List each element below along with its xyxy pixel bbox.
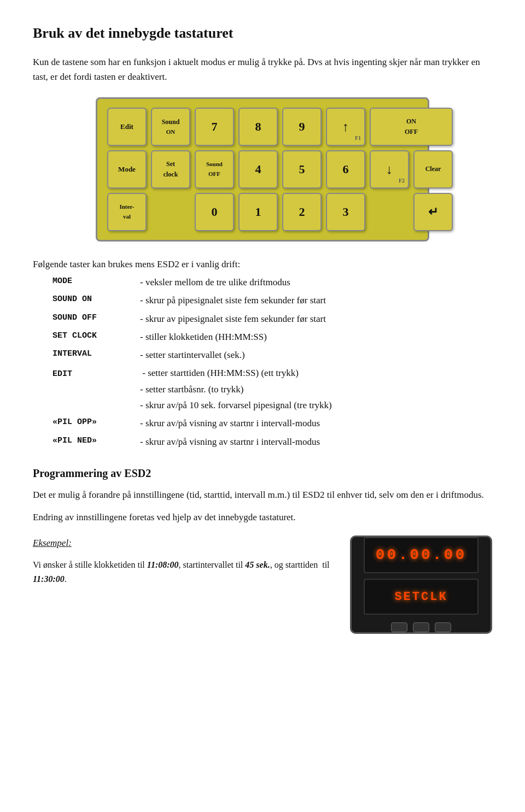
example-time2: 45 sek.: [245, 560, 270, 569]
display-screen-bottom: SETCLK: [364, 579, 479, 615]
key-set-clock: Setclock: [151, 150, 190, 189]
list-item-sound-on: SOUND ON - skrur på pipesignalet siste f…: [52, 293, 492, 308]
key-5: 5: [282, 150, 322, 189]
key-desc-edit-sub2: - skrur av/på 10 sek. forvarsel pipesign…: [140, 398, 492, 413]
programming-text2: Endring av innstillingene foretas ved hj…: [33, 510, 492, 525]
feature-section: Følgende taster kan brukes mens ESD2 er …: [33, 257, 492, 449]
list-item-set-clock: SET CLOCK - stiller klokketiden (HH:MM:S…: [52, 329, 492, 344]
key-desc-sound-on: - skrur på pipesignalet siste fem sekund…: [140, 293, 326, 308]
key-name-interval: INTERVAL: [52, 348, 140, 362]
display-screen-top: 00.00.00: [364, 537, 479, 573]
key-interval: Inter-val: [107, 193, 147, 231]
keyboard-image-container: Edit SoundON 7 8 9 ↑ F1 ONOFF Mode Setcl…: [33, 97, 492, 242]
key-empty1: [151, 193, 190, 231]
key-desc-edit-sub1: - setter startbåsnr. (to trykk): [140, 382, 492, 397]
display-digits: 00.00.00: [376, 543, 466, 568]
key-8: 8: [238, 108, 278, 146]
programming-title: Programmering av ESD2: [33, 464, 492, 482]
key-name-pil-opp: «PIL OPP»: [52, 416, 140, 431]
key-name-mode: MODE: [52, 275, 140, 290]
key-name-sound-off: SOUND OFF: [52, 311, 140, 326]
key-1: 1: [238, 193, 278, 231]
key-edit: Edit: [107, 108, 147, 146]
following-text: Følgende taster kan brukes mens ESD2 er …: [33, 257, 492, 272]
key-clear: Clear: [413, 150, 453, 189]
ctrl-btn-2: [413, 622, 429, 632]
key-name-sound-on: SOUND ON: [52, 293, 140, 308]
example-time1: 11:08:00: [147, 560, 179, 569]
list-item-sound-off: SOUND OFF - skrur av pipesignalet siste …: [52, 311, 492, 326]
list-item-edit: EDIT - setter starttiden (HH:MM:SS) (ett…: [52, 366, 492, 413]
page-title: Bruk av det innebygde tastaturet: [33, 22, 492, 45]
key-desc-set-clock: - stiller klokketiden (HH:MM:SS): [140, 329, 267, 344]
programming-section: Programmering av ESD2 Det er mulig å for…: [33, 464, 492, 525]
key-desc-pil-ned: - skrur av/på visning av startnr i inter…: [140, 434, 320, 449]
example-time3: 11:30:00: [33, 574, 65, 584]
key-desc-pil-opp: - skrur av/på visning av startnr i inter…: [140, 416, 320, 431]
programming-text1: Det er mulig å forandre på innstillingen…: [33, 487, 492, 502]
key-7: 7: [195, 108, 234, 146]
key-enter: ↵: [413, 193, 453, 231]
ctrl-btn-3: [435, 622, 451, 632]
ctrl-btn-1: [391, 622, 407, 632]
key-2: 2: [282, 193, 322, 231]
key-4: 4: [238, 150, 278, 189]
key-0: 0: [195, 193, 234, 231]
key-name-edit: EDIT: [52, 368, 140, 381]
example-label-text: Eksempel:: [33, 538, 72, 548]
key-sound-on: SoundON: [151, 108, 190, 146]
list-item-pil-ned: «PIL NED» - skrur av/på visning av start…: [52, 434, 492, 449]
example-paragraph: Vi ønsker å stille klokketiden til 11:08…: [33, 558, 334, 586]
key-6: 6: [326, 150, 365, 189]
list-item-interval: INTERVAL - setter startintervallet (sek.…: [52, 348, 492, 362]
key-9: 9: [282, 108, 322, 146]
display-image: 00.00.00 SETCLK: [350, 536, 492, 634]
key-sound-off: SoundOFF: [195, 150, 234, 189]
key-up: ↑ F1: [326, 108, 365, 146]
keyboard-diagram: Edit SoundON 7 8 9 ↑ F1 ONOFF Mode Setcl…: [96, 97, 429, 242]
key-empty2: [370, 193, 409, 231]
key-name-pil-ned: «PIL NED»: [52, 434, 140, 449]
key-mode: Mode: [107, 150, 147, 189]
intro-paragraph: Kun de tastene som har en funksjon i akt…: [33, 55, 492, 84]
key-name-set-clock: SET CLOCK: [52, 329, 140, 344]
key-desc-interval: - setter startintervallet (sek.): [140, 348, 245, 362]
key-desc-sound-off: - skrur av pipesignalet siste fem sekund…: [140, 311, 326, 326]
key-desc-mode: - veksler mellom de tre ulike driftmodus: [140, 275, 290, 290]
key-on-off: ONOFF: [370, 108, 453, 146]
list-item-mode: MODE - veksler mellom de tre ulike drift…: [52, 275, 492, 290]
key-list: MODE - veksler mellom de tre ulike drift…: [33, 275, 492, 449]
example-text-block: Eksempel: Vi ønsker å stille klokketiden…: [33, 536, 334, 593]
display-text: SETCLK: [394, 587, 447, 607]
example-label: Eksempel:: [33, 536, 334, 550]
key-down: ↓ F2: [370, 150, 409, 189]
key-3: 3: [326, 193, 365, 231]
list-item-pil-opp: «PIL OPP» - skrur av/på visning av start…: [52, 416, 492, 431]
example-section: Eksempel: Vi ønsker å stille klokketiden…: [33, 536, 492, 634]
display-controls: [391, 622, 451, 632]
key-desc-edit: - setter starttiden (HH:MM:SS) (ett tryk…: [142, 368, 299, 378]
